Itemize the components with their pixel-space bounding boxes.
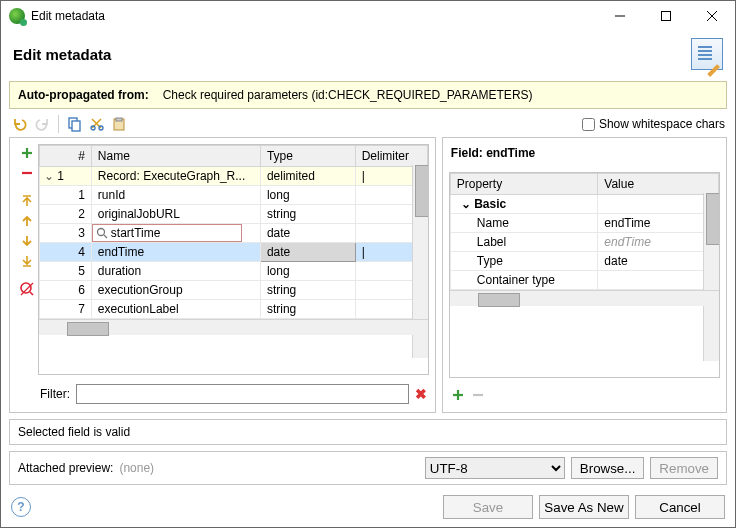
move-down-icon[interactable] xyxy=(18,232,36,250)
svg-rect-5 xyxy=(72,121,80,131)
cut-button[interactable] xyxy=(88,115,106,133)
table-row[interactable]: 2originalJobURLstring xyxy=(40,205,428,224)
remove-icon[interactable] xyxy=(18,164,36,182)
auto-propagated-banner: Auto-propagated from: Check required par… xyxy=(9,81,727,109)
table-row[interactable]: 1runIdlong xyxy=(40,186,428,205)
property-row[interactable]: Typedate xyxy=(450,252,718,271)
move-up-icon[interactable] xyxy=(18,212,36,230)
col-property[interactable]: Property xyxy=(450,174,598,195)
add-icon[interactable] xyxy=(18,144,36,162)
table-row[interactable]: 4endTimedate| xyxy=(40,243,428,262)
horizontal-scrollbar[interactable] xyxy=(39,319,428,335)
property-row[interactable]: LabelendTime xyxy=(450,233,718,252)
records-table[interactable]: # Name Type Delimiter ⌄ 1Record: Execute… xyxy=(38,144,429,375)
field-pane: Field: endTime Property Value ⌄ Basic Na… xyxy=(442,137,727,413)
app-icon xyxy=(9,8,25,24)
side-toolbar xyxy=(16,144,38,375)
cancel-button[interactable]: Cancel xyxy=(635,495,725,519)
field-heading: Field: endTime xyxy=(449,144,720,166)
horizontal-scrollbar[interactable] xyxy=(450,290,719,306)
status-bar: Selected field is valid xyxy=(9,419,727,445)
filter-input[interactable] xyxy=(76,384,409,404)
banner-value: Check required parameters (id:CHECK_REQU… xyxy=(163,88,533,102)
preview-none: (none) xyxy=(119,461,154,475)
table-row[interactable]: ⌄ 1Record: ExecuteGraph_R...delimited| xyxy=(40,167,428,186)
table-row[interactable]: 7executionLabelstring xyxy=(40,300,428,319)
redo-button[interactable] xyxy=(33,115,51,133)
footer: ? Save Save As New Cancel xyxy=(1,487,735,527)
status-text: Selected field is valid xyxy=(18,425,130,439)
svg-rect-9 xyxy=(116,118,122,121)
browse-button[interactable]: Browse... xyxy=(571,457,645,479)
validate-icon[interactable] xyxy=(18,280,36,298)
window-title: Edit metadata xyxy=(31,9,597,23)
group-basic[interactable]: ⌄ Basic xyxy=(450,195,718,214)
property-row[interactable]: Container type xyxy=(450,271,718,290)
help-icon[interactable]: ? xyxy=(11,497,31,517)
col-type[interactable]: Type xyxy=(260,146,355,167)
preview-label: Attached preview: xyxy=(18,461,113,475)
col-name[interactable]: Name xyxy=(91,146,260,167)
banner-label: Auto-propagated from: xyxy=(18,88,149,102)
metadata-icon xyxy=(691,38,723,70)
whitespace-checkbox[interactable]: Show whitespace chars xyxy=(582,117,725,131)
properties-table[interactable]: Property Value ⌄ Basic NameendTimeLabele… xyxy=(449,172,720,378)
table-row[interactable]: 3startTimedate xyxy=(40,224,428,243)
table-row[interactable]: 5durationlong xyxy=(40,262,428,281)
svg-line-14 xyxy=(30,292,33,295)
titlebar: Edit metadata xyxy=(1,1,735,31)
add-property-icon[interactable] xyxy=(451,388,465,402)
move-top-icon[interactable] xyxy=(18,192,36,210)
svg-rect-1 xyxy=(662,12,671,21)
copy-button[interactable] xyxy=(66,115,84,133)
maximize-button[interactable] xyxy=(643,1,689,31)
remove-button[interactable]: Remove xyxy=(650,457,718,479)
table-row[interactable]: 6executionGroupstring xyxy=(40,281,428,300)
page-title: Edit metadata xyxy=(13,46,111,63)
svg-line-17 xyxy=(104,235,107,238)
svg-point-13 xyxy=(21,283,31,293)
col-index[interactable]: # xyxy=(40,146,92,167)
remove-property-icon[interactable] xyxy=(471,388,485,402)
move-bottom-icon[interactable] xyxy=(18,252,36,270)
col-value[interactable]: Value xyxy=(598,174,719,195)
preview-bar: Attached preview: (none) UTF-8 Browse...… xyxy=(9,451,727,485)
svg-point-16 xyxy=(97,229,104,236)
minimize-button[interactable] xyxy=(597,1,643,31)
property-row[interactable]: NameendTime xyxy=(450,214,718,233)
save-button[interactable]: Save xyxy=(443,495,533,519)
col-delimiter[interactable]: Delimiter xyxy=(355,146,427,167)
undo-button[interactable] xyxy=(11,115,29,133)
header: Edit metadata xyxy=(1,31,735,77)
records-pane: # Name Type Delimiter ⌄ 1Record: Execute… xyxy=(9,137,436,413)
clear-filter-icon[interactable]: ✖ xyxy=(415,386,427,402)
save-as-new-button[interactable]: Save As New xyxy=(539,495,629,519)
paste-button[interactable] xyxy=(110,115,128,133)
search-input[interactable]: startTime xyxy=(92,224,242,242)
encoding-select[interactable]: UTF-8 xyxy=(425,457,565,479)
close-button[interactable] xyxy=(689,1,735,31)
toolbar: Show whitespace chars xyxy=(1,111,735,137)
filter-label: Filter: xyxy=(40,387,70,401)
vertical-scrollbar[interactable] xyxy=(703,193,719,361)
